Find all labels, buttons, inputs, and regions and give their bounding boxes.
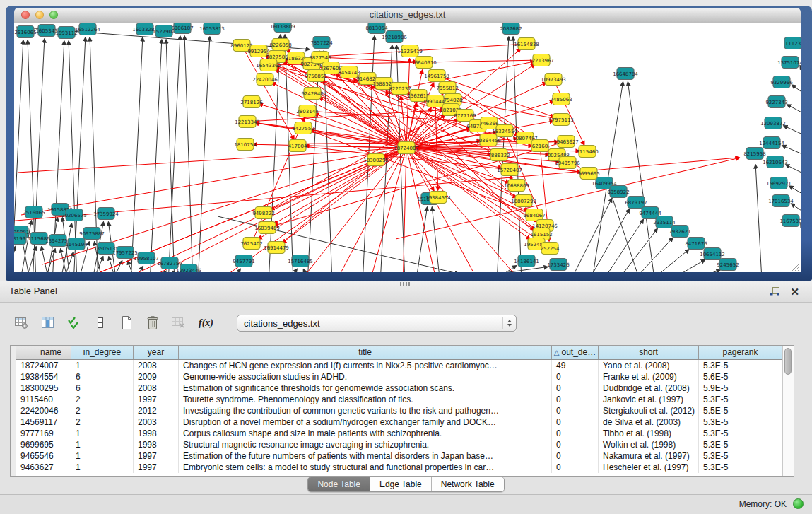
- graph-node[interactable]: 17359924: [93, 208, 119, 220]
- graph-node[interactable]: 8215958: [743, 148, 765, 160]
- graph-node[interactable]: 14136141: [514, 255, 539, 267]
- graph-node[interactable]: 11123: [784, 37, 801, 49]
- column-header-name[interactable]: name: [16, 346, 71, 359]
- graph-node[interactable]: 12213343: [235, 116, 260, 128]
- graph-node[interactable]: 16914479: [264, 242, 289, 254]
- graph-node[interactable]: 16053813: [199, 23, 225, 35]
- column-header-short[interactable]: short: [599, 346, 699, 359]
- graph-node[interactable]: 16033809: [270, 23, 295, 33]
- graph-node[interactable]: 2803144: [296, 105, 319, 117]
- graph-node[interactable]: 7955812: [436, 82, 458, 94]
- graph-node[interactable]: 8813054: [365, 23, 388, 34]
- graph-node[interactable]: 1733426: [547, 259, 570, 271]
- graph-node[interactable]: 16039489: [254, 222, 280, 234]
- graph-node[interactable]: 17016534: [768, 195, 794, 207]
- graph-node[interactable]: 252254: [541, 243, 560, 255]
- select-rows-icon[interactable]: [65, 315, 83, 332]
- graph-node[interactable]: 16640910: [411, 57, 437, 69]
- graph-node[interactable]: 417004: [288, 140, 307, 152]
- column-header-in_degree[interactable]: in_degree: [71, 346, 134, 359]
- graph-node[interactable]: 10688809: [504, 180, 529, 192]
- graph-node[interactable]: 12093872: [760, 117, 786, 129]
- graph-node[interactable]: 9457791: [233, 255, 254, 267]
- column-header-out_degree[interactable]: △out_de…: [552, 346, 599, 359]
- graph-node[interactable]: 9245652: [717, 259, 739, 271]
- table-row[interactable]: 911546021997Tourette syndrome. Phenomeno…: [16, 394, 782, 405]
- graph-node[interactable]: 1810754: [234, 139, 257, 151]
- table-row[interactable]: 946362711997Embryonic stem cells: a mode…: [16, 462, 782, 473]
- memory-indicator[interactable]: [793, 498, 804, 509]
- table-scrollbar[interactable]: [782, 346, 794, 476]
- graph-node[interactable]: 93199: [14, 233, 26, 245]
- graph-node[interactable]: 8471676: [685, 238, 707, 250]
- graph-node[interactable]: 14961758: [424, 70, 449, 82]
- table-row[interactable]: 1456911722003Disruption of a novel membe…: [16, 416, 782, 428]
- graph-node[interactable]: 1693112: [55, 27, 77, 39]
- graph-node[interactable]: 6958922: [607, 186, 629, 198]
- graph-node[interactable]: 9242848: [301, 88, 323, 100]
- graph-node[interactable]: 1167533: [779, 215, 801, 227]
- network-canvas[interactable]: 2616065160534316931121651226416033287152…: [14, 23, 801, 272]
- graph-node[interactable]: 6906107: [171, 23, 193, 34]
- graph-node[interactable]: 7625402: [240, 238, 262, 250]
- graph-node[interactable]: 15692971: [766, 177, 792, 189]
- graph-node[interactable]: 7886322: [488, 149, 510, 161]
- canvas-resize-grip[interactable]: [792, 264, 799, 271]
- graph-node[interactable]: 7485063: [550, 93, 572, 105]
- graph-node[interactable]: 9227343: [765, 96, 787, 108]
- minimize-window-button[interactable]: [35, 11, 44, 19]
- column-header-title[interactable]: title: [179, 346, 552, 359]
- tab-edge-table[interactable]: Edge Table: [370, 477, 432, 491]
- graph-node[interactable]: 12444154: [759, 137, 784, 149]
- graph-node[interactable]: 16648784: [613, 68, 638, 80]
- graph-node[interactable]: 16154838: [514, 38, 539, 50]
- column-header-pagerank[interactable]: pagerank: [699, 346, 782, 359]
- scrollbar-thumb[interactable]: [784, 348, 792, 375]
- table-row[interactable]: 969969511998Structural magnetic resonanc…: [16, 439, 782, 450]
- delete-columns-icon[interactable]: [143, 315, 162, 332]
- graph-node[interactable]: 9699695: [577, 168, 599, 180]
- graph-node[interactable]: 2516065: [23, 206, 45, 218]
- table-select-dropdown[interactable]: citations_edges.txt: [237, 315, 517, 332]
- graph-node[interactable]: 19463627: [553, 136, 579, 148]
- graph-node[interactable]: 62160: [531, 140, 548, 152]
- graph-node[interactable]: 1605343: [35, 25, 57, 37]
- graph-node[interactable]: 13751074: [777, 57, 801, 69]
- graph-node[interactable]: 1145194: [65, 238, 88, 250]
- table-options-icon[interactable]: [13, 315, 31, 332]
- graph-node[interactable]: 12213967: [529, 54, 554, 66]
- graph-node[interactable]: 7857224: [310, 37, 333, 49]
- create-column-icon[interactable]: [117, 315, 136, 332]
- column-header-year[interactable]: year: [134, 346, 179, 359]
- tab-node-table[interactable]: Node Table: [308, 477, 370, 491]
- graph-node[interactable]: 2718126: [240, 96, 263, 108]
- graph-node[interactable]: 8427552: [292, 122, 314, 134]
- close-panel-icon[interactable]: ✕: [790, 286, 799, 297]
- graph-node[interactable]: 2087682: [500, 23, 522, 35]
- graph-node[interactable]: 2616065: [14, 26, 36, 38]
- graph-node[interactable]: 8226058: [269, 39, 291, 51]
- graph-node[interactable]: 9329966: [770, 76, 793, 88]
- delete-table-icon[interactable]: [170, 315, 188, 332]
- row-height-icon[interactable]: [91, 315, 110, 332]
- table-row[interactable]: 1938455462009Genome-wide association stu…: [16, 371, 782, 382]
- graph-node[interactable]: 6879197: [625, 197, 647, 209]
- show-columns-icon[interactable]: [39, 315, 57, 332]
- close-window-button[interactable]: [21, 11, 30, 19]
- network-window-titlebar[interactable]: citations_edges.txt: [14, 8, 801, 23]
- zoom-window-button[interactable]: [49, 11, 58, 19]
- float-panel-icon[interactable]: [770, 286, 780, 296]
- table-row[interactable]: 1872400712008Changes of HCN gene express…: [16, 360, 782, 371]
- table-row[interactable]: 977716911998Corpus callosum shape and si…: [16, 428, 782, 439]
- graph-node[interactable]: 11325419: [397, 45, 423, 57]
- graph-node[interactable]: 7932621: [669, 226, 690, 238]
- tab-network-table[interactable]: Network Table: [432, 477, 504, 491]
- graph-node[interactable]: 9756851: [305, 70, 326, 82]
- graph-node[interactable]: 16210643: [763, 156, 788, 168]
- function-builder-icon[interactable]: f(x): [199, 317, 213, 329]
- panel-divider-grip[interactable]: [400, 282, 410, 286]
- table-row[interactable]: 946554611997Estimation of the future num…: [16, 450, 782, 462]
- graph-node[interactable]: 9115460: [576, 146, 598, 158]
- graph-node[interactable]: 10654112: [700, 248, 725, 260]
- graph-node[interactable]: 15720407: [497, 164, 522, 176]
